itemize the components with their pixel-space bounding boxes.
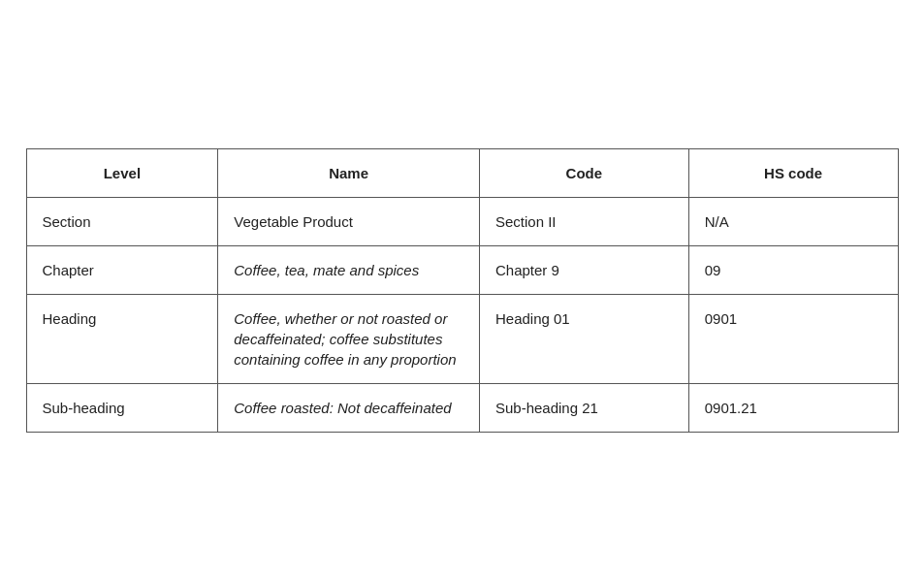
cell-level: Chapter [26,245,218,294]
cell-name: Coffee, tea, mate and spices [218,245,480,294]
cell-code: Sub-heading 21 [479,383,688,432]
cell-name: Coffee, whether or not roasted or decaff… [218,294,480,383]
cell-code: Section II [479,197,688,245]
cell-hs-code: 0901.21 [688,383,898,432]
header-name: Name [218,148,480,197]
cell-level: Heading [26,294,218,383]
cell-code: Heading 01 [479,294,688,383]
table-row: Sub-headingCoffee roasted: Not decaffein… [26,383,898,432]
table-header-row: Level Name Code HS code [26,148,898,197]
cell-name: Coffee roasted: Not decaffeinated [218,383,480,432]
table-row: HeadingCoffee, whether or not roasted or… [26,294,898,383]
cell-hs-code: N/A [688,197,898,245]
hs-code-table: Level Name Code HS code SectionVegetable… [26,148,899,433]
header-hs-code: HS code [688,148,898,197]
table-row: ChapterCoffee, tea, mate and spicesChapt… [26,245,898,294]
header-code: Code [479,148,688,197]
cell-level: Section [26,197,218,245]
table-row: SectionVegetable ProductSection IIN/A [26,197,898,245]
cell-code: Chapter 9 [479,245,688,294]
table-wrapper: Level Name Code HS code SectionVegetable… [26,148,899,433]
cell-level: Sub-heading [26,383,218,432]
header-level: Level [26,148,218,197]
cell-hs-code: 0901 [688,294,898,383]
cell-name: Vegetable Product [218,197,480,245]
cell-hs-code: 09 [688,245,898,294]
